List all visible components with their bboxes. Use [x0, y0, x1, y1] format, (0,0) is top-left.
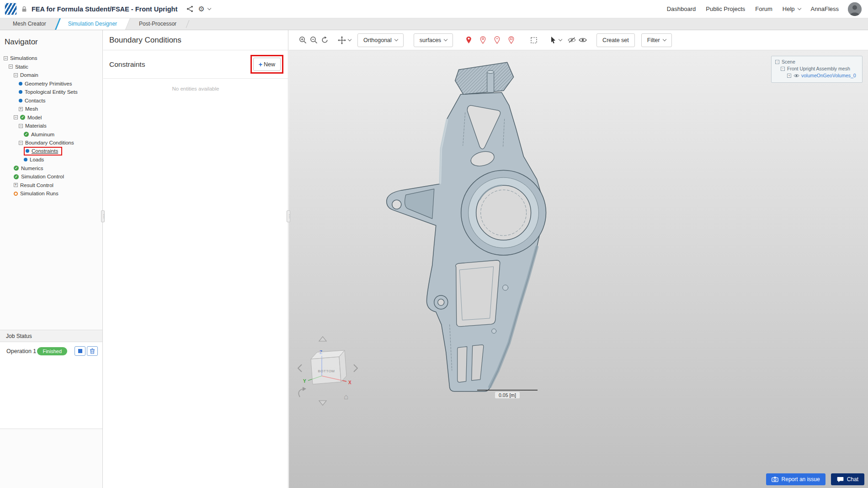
delete-job-button[interactable]	[87, 346, 98, 356]
nav-forum[interactable]: Forum	[755, 5, 772, 12]
panel-resize-handle[interactable]: ⋮	[101, 210, 105, 222]
tree-item-domain[interactable]: −Domain	[0, 71, 102, 80]
expand-icon[interactable]: +	[19, 107, 23, 111]
rotate-up-control[interactable]	[319, 337, 326, 341]
collapse-icon[interactable]: −	[9, 64, 13, 69]
check-icon: ✓	[14, 166, 19, 171]
zoom-in-icon[interactable]	[297, 34, 308, 46]
rotate-left-control[interactable]	[298, 365, 302, 372]
rotate-down-control[interactable]	[319, 401, 326, 405]
probe-line-icon[interactable]	[477, 34, 488, 46]
tree-item-simulation-control[interactable]: ✓Simulation Control	[0, 172, 102, 181]
projection-mode-label: Orthogonal	[363, 37, 392, 43]
reset-view-icon[interactable]	[319, 34, 330, 46]
avatar[interactable]	[848, 2, 862, 16]
nav-public-projects[interactable]: Public Projects	[706, 5, 745, 12]
scene-tree-root[interactable]: − Scene	[775, 59, 858, 65]
rotate-ccw-arrowhead	[303, 387, 306, 391]
show-entity-icon[interactable]	[577, 34, 588, 46]
front-upright-model[interactable]	[289, 50, 868, 488]
cursor-tool-icon[interactable]	[548, 34, 559, 46]
collapse-icon[interactable]: −	[19, 124, 23, 128]
tree-item-numerics[interactable]: ✓Numerics	[0, 164, 102, 173]
collapse-icon[interactable]: −	[781, 67, 785, 71]
tree-item-simulations[interactable]: −Simulations	[0, 54, 102, 63]
box-select-icon[interactable]	[528, 34, 539, 46]
projection-mode-button[interactable]: Orthogonal	[357, 33, 404, 47]
stop-job-button[interactable]	[75, 346, 85, 356]
zoom-out-icon[interactable]	[308, 34, 319, 46]
new-constraint-button[interactable]: + New	[253, 58, 281, 71]
app-root: FEA for Formula Student/FSAE - Front Upr…	[0, 0, 868, 488]
share-icon[interactable]	[186, 5, 193, 12]
annotation-box-new: + New	[250, 55, 283, 74]
scene-tree-mesh[interactable]: − Front Upright Assembly mesh	[775, 65, 858, 72]
tree-item-materials[interactable]: −Materials	[0, 122, 102, 130]
tree-item-boundary-conditions[interactable]: −Boundary Conditions	[0, 139, 102, 147]
probe-point-icon[interactable]	[463, 34, 474, 46]
chevron-down-icon[interactable]	[559, 38, 562, 41]
tab-simulation-designer[interactable]: Simulation Designer	[57, 18, 128, 30]
tree-item-label: Numerics	[21, 166, 43, 171]
create-set-button[interactable]: Create set	[596, 33, 635, 47]
tree-item-mesh[interactable]: +Mesh	[0, 105, 102, 113]
scale-line	[477, 390, 538, 391]
probe-volume-icon[interactable]	[506, 34, 517, 46]
filter-button[interactable]: Filter	[641, 33, 672, 47]
collapse-icon[interactable]: −	[14, 73, 18, 77]
tree-item-label: Domain	[20, 72, 38, 78]
tree-item-label: Loads	[30, 157, 44, 162]
report-issue-button[interactable]: Report an issue	[766, 473, 825, 485]
navigator-tree: −Simulations−Static−DomainGeometry Primi…	[0, 54, 102, 198]
tree-item-constraints[interactable]: Constraints	[0, 147, 102, 156]
tree-item-aluminum[interactable]: ✓Aluminum	[0, 130, 102, 139]
visibility-eye-icon[interactable]	[793, 74, 799, 78]
navigator-panel: Navigator −Simulations−Static−DomainGeom…	[0, 30, 103, 488]
rotate-right-control[interactable]	[354, 365, 357, 372]
collapse-icon[interactable]: −	[19, 141, 23, 145]
scale-label: 0.05 [m]	[495, 392, 520, 398]
panel-resize-handle[interactable]: ⋮	[287, 210, 290, 222]
home-view-icon[interactable]: ⌂	[344, 392, 348, 401]
chevron-down-icon	[394, 38, 398, 41]
scene-tree-volume[interactable]: + volumeOnGeoVolumes_0	[775, 72, 858, 79]
simscale-logo-icon[interactable]	[5, 3, 17, 15]
tree-item-simulation-runs[interactable]: Simulation Runs	[0, 189, 102, 198]
tree-item-static[interactable]: −Static	[0, 63, 102, 71]
scene-tree-panel: − Scene − Front Upright Assembly mesh + …	[771, 56, 863, 83]
pending-circle-icon	[14, 192, 18, 196]
view-cube[interactable]: BOTTOM	[311, 350, 346, 384]
expand-icon[interactable]: +	[14, 183, 18, 187]
job-row: Operation 1 Finished	[0, 342, 102, 356]
hide-entity-icon[interactable]	[566, 34, 577, 46]
probe-surface-icon[interactable]	[491, 34, 502, 46]
settings-gear-icon[interactable]: ⚙	[198, 5, 210, 13]
report-issue-label: Report an issue	[782, 476, 820, 483]
chat-button[interactable]: Chat	[831, 473, 864, 485]
stop-icon	[78, 349, 82, 353]
tree-item-result-control[interactable]: +Result Control	[0, 181, 102, 190]
lock-icon	[21, 6, 27, 12]
project-title: FEA for Formula Student/FSAE - Front Upr…	[32, 5, 177, 13]
tree-item-geometry-primitives[interactable]: Geometry Primitives	[0, 80, 102, 88]
tab-mesh-creator[interactable]: Mesh Creator	[2, 18, 57, 30]
tree-item-loads[interactable]: Loads	[0, 156, 102, 164]
nav-dashboard[interactable]: Dashboard	[667, 5, 696, 12]
pan-tool-icon[interactable]	[336, 34, 347, 46]
tree-item-contacts[interactable]: Contacts	[0, 97, 102, 105]
expand-icon[interactable]: +	[787, 74, 791, 78]
chevron-down-icon[interactable]	[348, 38, 351, 41]
y-axis-label: Y	[303, 379, 306, 384]
tree-item-topological-entity-sets[interactable]: Topological Entity Sets	[0, 88, 102, 97]
tree-item-label: Constraints	[32, 148, 58, 154]
selection-mode-button[interactable]: surfaces	[414, 33, 453, 47]
viewport-canvas[interactable]: − Scene − Front Upright Assembly mesh + …	[289, 50, 868, 488]
nav-annafless[interactable]: AnnaFless	[811, 5, 839, 12]
tab-post-processor[interactable]: Post-Processor	[128, 18, 187, 30]
tree-item-model[interactable]: −✓Model	[0, 113, 102, 122]
navigator-title: Navigator	[0, 30, 102, 47]
collapse-icon[interactable]: −	[14, 115, 18, 119]
collapse-icon[interactable]: −	[775, 60, 779, 64]
collapse-icon[interactable]: −	[4, 56, 8, 60]
nav-help[interactable]: Help	[783, 5, 801, 12]
